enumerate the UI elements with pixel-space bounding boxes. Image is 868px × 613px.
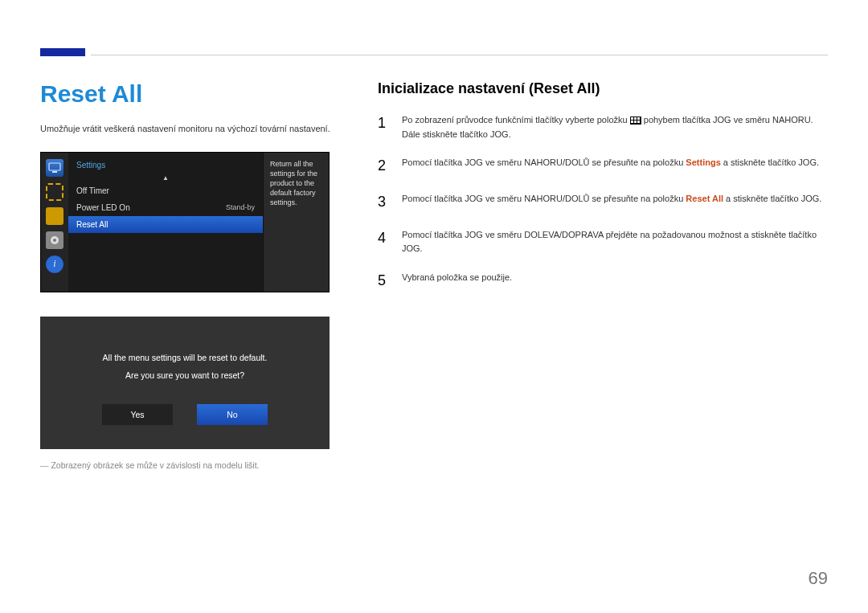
intro-text: Umožňuje vrátit veškerá nastavení monito… xyxy=(40,122,346,136)
osd-item-resetall: Reset All xyxy=(68,216,263,233)
step-number: 1 xyxy=(378,112,391,141)
page-content: Reset All Umožňuje vrátit veškerá nastav… xyxy=(0,0,868,494)
svg-point-3 xyxy=(53,239,56,242)
osd-help-panel: Return all the settings for the product … xyxy=(263,153,329,292)
menu-grid-icon xyxy=(630,116,641,125)
osd-item-label: Reset All xyxy=(76,220,108,229)
left-column: Reset All Umožňuje vrátit veškerá nastav… xyxy=(40,80,346,470)
svg-rect-9 xyxy=(634,121,637,123)
header-rule xyxy=(91,55,828,55)
info-icon: i xyxy=(46,255,63,273)
step-text: Po zobrazení průvodce funkčními tlačítky… xyxy=(402,112,828,141)
size-icon xyxy=(46,207,63,225)
inline-resetall: Reset All xyxy=(686,194,723,203)
osd-item-value: Stand-by xyxy=(226,203,255,212)
header-accent-bar xyxy=(40,48,85,56)
image-caption: Zobrazený obrázek se může v závislosti n… xyxy=(40,460,346,470)
gear-icon xyxy=(46,231,63,249)
osd-item-powerled: Power LED OnStand-by xyxy=(68,199,263,216)
section-heading: Inicializace nastavení (Reset All) xyxy=(378,80,828,97)
step-number: 4 xyxy=(378,227,391,256)
osd-heading: Settings xyxy=(68,157,263,174)
scroll-up-indicator: ▲ xyxy=(68,174,263,182)
step-4: 4 Pomocí tlačítka JOG ve směru DOLEVA/DO… xyxy=(378,227,828,256)
confirm-no-button: No xyxy=(197,404,268,425)
osd-menu-list: Settings ▲ Off Timer Power LED OnStand-b… xyxy=(68,153,263,292)
osd-confirm-screenshot: All the menu settings will be reset to d… xyxy=(40,317,330,449)
svg-rect-1 xyxy=(52,171,57,173)
step-1: 1 Po zobrazení průvodce funkčními tlačít… xyxy=(378,112,828,141)
step-text: Vybraná položka se použije. xyxy=(402,269,828,292)
step-number: 3 xyxy=(378,190,391,214)
svg-rect-8 xyxy=(631,121,633,123)
confirm-msg-1: All the menu settings will be reset to d… xyxy=(64,353,305,362)
step-text: Pomocí tlačítka JOG ve směru NAHORU/DOLŮ… xyxy=(402,154,828,178)
svg-rect-0 xyxy=(49,163,60,170)
confirm-msg-2: Are you sure you want to reset? xyxy=(64,370,305,380)
osd-item-label: Power LED On xyxy=(76,203,130,212)
display-icon xyxy=(46,159,63,177)
right-column: Inicializace nastavení (Reset All) 1 Po … xyxy=(378,80,828,470)
svg-rect-7 xyxy=(637,117,640,120)
osd-item-label: Off Timer xyxy=(76,186,109,195)
page-title: Reset All xyxy=(40,80,346,108)
step-3: 3 Pomocí tlačítka JOG ve směru NAHORU/DO… xyxy=(378,190,828,214)
step-5: 5 Vybraná položka se použije. xyxy=(378,269,828,292)
step-number: 2 xyxy=(378,154,391,178)
picture-icon xyxy=(46,183,63,201)
osd-item-offtimer: Off Timer xyxy=(68,182,263,199)
svg-rect-5 xyxy=(631,117,633,120)
svg-rect-10 xyxy=(637,121,640,123)
step-text: Pomocí tlačítka JOG ve směru DOLEVA/DOPR… xyxy=(402,227,828,256)
page-number: 69 xyxy=(809,568,828,589)
osd-settings-screenshot: i Settings ▲ Off Timer Power LED OnStand… xyxy=(40,152,330,292)
step-2: 2 Pomocí tlačítka JOG ve směru NAHORU/DO… xyxy=(378,154,828,178)
step-number: 5 xyxy=(378,269,391,292)
svg-rect-6 xyxy=(634,117,637,120)
confirm-yes-button: Yes xyxy=(102,404,173,425)
step-text: Pomocí tlačítka JOG ve směru NAHORU/DOLŮ… xyxy=(402,190,828,214)
osd-sidebar: i xyxy=(41,153,68,292)
inline-settings: Settings xyxy=(686,157,720,167)
